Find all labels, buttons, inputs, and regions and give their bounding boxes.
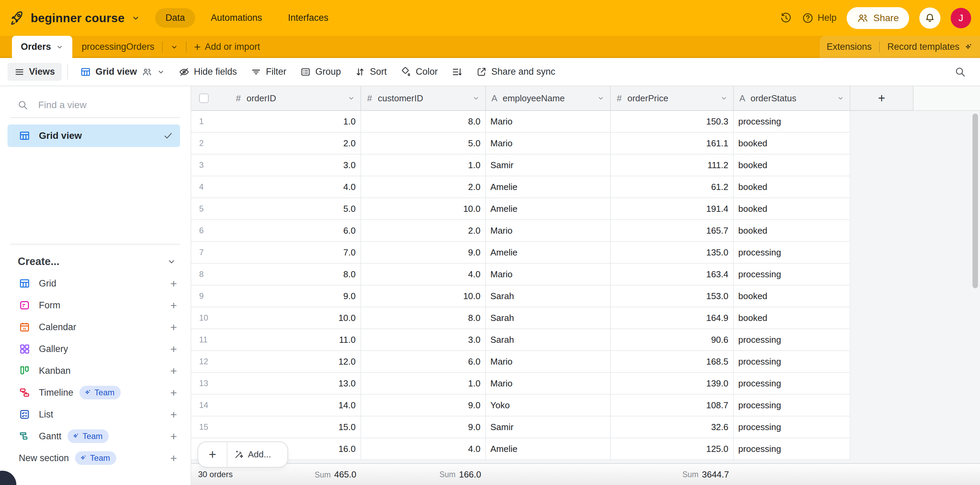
cell-orderID[interactable]: 14 14.0	[191, 394, 361, 417]
cell-employeeName[interactable]: Mario	[486, 220, 611, 242]
cell-customerID[interactable]: 6.0	[361, 351, 486, 373]
cell-employeeName[interactable]: Amelie	[486, 177, 611, 198]
cell-orderStatus[interactable]: booked	[734, 177, 850, 198]
row-height-button[interactable]	[445, 63, 469, 81]
cell-employeeName[interactable]: Amelie	[486, 438, 611, 460]
cell-customerID[interactable]: 2.0	[361, 220, 486, 242]
cell-orderStatus[interactable]: booked	[734, 307, 850, 329]
cell-customerID[interactable]: 10.0	[361, 285, 486, 307]
tab-processing-orders[interactable]: processingOrders	[82, 41, 154, 52]
cell-employeeName[interactable]: Amelie	[486, 198, 611, 220]
summary-orderStatus[interactable]	[734, 464, 850, 485]
cell-employeeName[interactable]: Sarah	[486, 329, 611, 351]
cell-customerID[interactable]: 9.0	[361, 242, 486, 264]
cell-orderID[interactable]: 10 10.0	[191, 307, 361, 329]
cell-orderPrice[interactable]: 32.6	[611, 417, 734, 438]
cell-customerID[interactable]: 9.0	[361, 394, 486, 417]
add-list-view-button[interactable]: +	[170, 408, 177, 421]
cell-orderID[interactable]: 11 11.0	[191, 329, 361, 351]
field-chevron-icon[interactable]	[837, 94, 844, 102]
cell-orderStatus[interactable]: processing	[734, 242, 850, 264]
cell-orderStatus[interactable]: processing	[734, 111, 850, 133]
cell-employeeName[interactable]: Sarah	[486, 285, 611, 307]
field-chevron-icon[interactable]	[720, 94, 728, 102]
vertical-scrollbar[interactable]	[972, 114, 978, 288]
cell-orderPrice[interactable]: 168.5	[611, 351, 734, 373]
extensions-button[interactable]: Extensions	[827, 41, 872, 52]
field-chevron-icon[interactable]	[347, 94, 355, 102]
cell-customerID[interactable]: 3.0	[361, 329, 486, 351]
cell-customerID[interactable]: 10.0	[361, 198, 486, 220]
sidebar-item-list[interactable]: List +	[0, 404, 191, 425]
cell-customerID[interactable]: 1.0	[361, 154, 486, 177]
cell-orderStatus[interactable]: processing	[734, 373, 850, 394]
base-brand[interactable]: beginner course	[9, 11, 140, 25]
cell-orderPrice[interactable]: 164.9	[611, 307, 734, 329]
cell-orderPrice[interactable]: 153.0	[611, 285, 734, 307]
add-section-button[interactable]: +	[170, 452, 177, 465]
sidebar-item-new-section[interactable]: New section Team +	[0, 447, 191, 469]
cell-employeeName[interactable]: Samir	[486, 417, 611, 438]
search-button[interactable]	[954, 66, 966, 78]
record-templates-button[interactable]: Record templates	[887, 41, 973, 52]
add-kanban-view-button[interactable]: +	[170, 364, 177, 378]
hide-fields-button[interactable]: Hide fields	[172, 63, 244, 81]
cell-orderPrice[interactable]: 111.2	[611, 154, 734, 177]
summary-employeeName[interactable]	[486, 464, 611, 485]
avatar[interactable]: J	[951, 8, 971, 28]
cell-employeeName[interactable]: Mario	[486, 373, 611, 394]
sidebar-item-kanban[interactable]: Kanban +	[0, 360, 191, 382]
cell-orderPrice[interactable]: 125.0	[611, 438, 734, 460]
cell-customerID[interactable]: 4.0	[361, 438, 486, 460]
field-header-orderPrice[interactable]: # orderPrice	[611, 86, 734, 111]
cell-orderID[interactable]: 1 1.0	[191, 111, 361, 133]
cell-employeeName[interactable]: Samir	[486, 154, 611, 177]
add-calendar-view-button[interactable]: +	[170, 321, 177, 334]
sidebar-item-form[interactable]: Form +	[0, 294, 191, 316]
sidebar-item-calendar[interactable]: 31 Calendar +	[0, 316, 191, 338]
add-field-button[interactable]: +	[850, 86, 913, 111]
cell-orderStatus[interactable]: booked	[734, 220, 850, 242]
sidebar-item-grid[interactable]: Grid +	[0, 272, 191, 294]
cell-orderStatus[interactable]: processing	[734, 329, 850, 351]
notifications-button[interactable]	[919, 8, 940, 29]
sidebar-view-grid-view[interactable]: Grid view	[8, 124, 180, 147]
add-gallery-view-button[interactable]: +	[170, 342, 177, 356]
table-list-chevron-button[interactable]	[170, 43, 178, 51]
cell-orderID[interactable]: 9 9.0	[191, 285, 361, 307]
cell-customerID[interactable]: 9.0	[361, 417, 486, 438]
cell-orderPrice[interactable]: 90.6	[611, 329, 734, 351]
cell-orderStatus[interactable]: processing	[734, 417, 850, 438]
cell-orderPrice[interactable]: 163.4	[611, 264, 734, 285]
select-all-checkbox[interactable]	[199, 94, 209, 103]
add-grid-view-button[interactable]: +	[170, 277, 177, 290]
field-header-orderStatus[interactable]: A orderStatus	[734, 86, 850, 111]
history-button[interactable]	[780, 12, 792, 24]
cell-orderPrice[interactable]: 139.0	[611, 373, 734, 394]
cell-orderID[interactable]: 5 5.0	[191, 198, 361, 220]
field-header-employeeName[interactable]: A employeeName	[486, 86, 611, 111]
share-and-sync-button[interactable]: Share and sync	[469, 63, 562, 81]
cell-orderID[interactable]: 4 4.0	[191, 177, 361, 198]
cell-orderID[interactable]: 2 2.0	[191, 133, 361, 154]
add-row-button[interactable]: +	[198, 442, 227, 467]
cell-employeeName[interactable]: Mario	[486, 111, 611, 133]
cell-employeeName[interactable]: Amelie	[486, 242, 611, 264]
cell-orderStatus[interactable]: booked	[734, 198, 850, 220]
ai-add-row-button[interactable]: Add...	[228, 442, 288, 467]
cell-orderPrice[interactable]: 165.7	[611, 220, 734, 242]
cell-orderID[interactable]: 6 6.0	[191, 220, 361, 242]
cell-orderPrice[interactable]: 191.4	[611, 198, 734, 220]
cell-customerID[interactable]: 4.0	[361, 264, 486, 285]
add-or-import-button[interactable]: + Add or import	[194, 40, 260, 54]
cell-employeeName[interactable]: Mario	[486, 133, 611, 154]
field-header-customerID[interactable]: # customerID	[361, 86, 486, 111]
cell-orderID[interactable]: 8 8.0	[191, 264, 361, 285]
sidebar-item-timeline[interactable]: Timeline Team +	[0, 382, 191, 404]
summary-orderPrice[interactable]: Sum 3644.7	[611, 464, 734, 485]
cell-customerID[interactable]: 2.0	[361, 177, 486, 198]
cell-orderStatus[interactable]: processing	[734, 351, 850, 373]
sidebar-item-gantt[interactable]: Gantt Team +	[0, 425, 191, 447]
find-view-input[interactable]	[38, 99, 160, 111]
cell-orderPrice[interactable]: 161.1	[611, 133, 734, 154]
